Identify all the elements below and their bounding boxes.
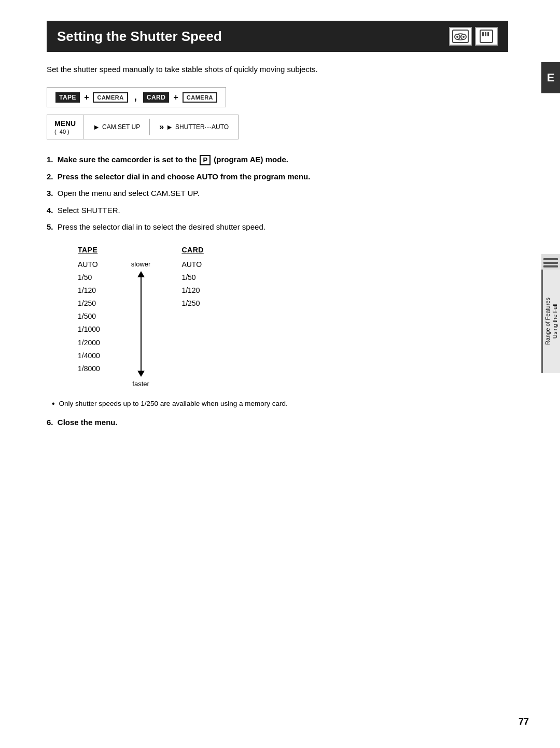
menu-step-1: ► CAM.SET UP bbox=[83, 119, 150, 135]
menu-nav: MENU ( 40 ) ► CAM.SET UP » ► SHUTTER····… bbox=[47, 115, 239, 139]
card-icon bbox=[479, 30, 494, 43]
step-4: 4. Select SHUTTER. bbox=[47, 205, 508, 217]
menu-dbl-arrow: » bbox=[159, 122, 164, 132]
svg-point-3 bbox=[456, 36, 458, 38]
tape-speed-4000: 1/4000 bbox=[78, 349, 100, 362]
mode-bar: TAPE + CAMERA , CARD + CAMERA bbox=[47, 87, 226, 107]
menu-arrow-2: ► bbox=[166, 123, 173, 131]
menu-step-2-text: SHUTTER····AUTO bbox=[175, 123, 229, 131]
title-bar: Setting the Shutter Speed bbox=[47, 21, 508, 52]
tape-speed-auto: AUTO bbox=[78, 258, 98, 271]
tape-speed-header: TAPE bbox=[78, 246, 97, 254]
steps-list: 1. Make sure the camcorder is set to the… bbox=[47, 154, 508, 233]
tape-icon bbox=[452, 30, 469, 43]
menu-step-2: » ► SHUTTER····AUTO bbox=[150, 118, 238, 136]
prog-ae-icon: P bbox=[200, 155, 211, 166]
card-speed-50: 1/50 bbox=[181, 271, 195, 284]
tape-speed-250: 1/250 bbox=[78, 297, 96, 310]
side-tab-letter: E bbox=[547, 71, 555, 84]
side-stripe bbox=[541, 254, 560, 272]
side-vertical-text: Range of Features Using the Full bbox=[544, 298, 559, 345]
card-speed-250: 1/250 bbox=[181, 297, 200, 310]
card-speed-auto: AUTO bbox=[181, 258, 202, 271]
step-5: 5. Press the selector dial in to select … bbox=[47, 221, 508, 233]
tape-speed-50: 1/50 bbox=[78, 271, 92, 284]
menu-label: MENU ( 40 ) bbox=[47, 115, 83, 139]
card-icon-box bbox=[475, 27, 498, 46]
page-title: Setting the Shutter Speed bbox=[57, 29, 222, 45]
arrow-col: slower faster bbox=[131, 260, 151, 388]
step-3: 3. Open the menu and select CAM.SET UP. bbox=[47, 188, 508, 200]
menu-arrow-1: ► bbox=[93, 123, 100, 131]
intro-text: Set the shutter speed manually to take s… bbox=[47, 63, 508, 76]
step-6: 6. Close the menu. bbox=[47, 418, 508, 427]
tape-speed-120: 1/120 bbox=[78, 284, 96, 297]
step-2: 2. Press the selector dial in and choose… bbox=[47, 171, 508, 183]
page-container: E Range of Features Using the Full Setti… bbox=[0, 0, 560, 748]
tape-badge: TAPE bbox=[55, 92, 80, 103]
stripe-line-3 bbox=[543, 265, 558, 267]
plus-1: + bbox=[84, 93, 89, 102]
menu-step-1-text: CAM.SET UP bbox=[102, 123, 140, 131]
arrow-up bbox=[137, 271, 145, 277]
tape-speed-col: TAPE AUTO 1/50 1/120 1/250 1/500 1/1000 … bbox=[78, 246, 100, 376]
faster-label: faster bbox=[132, 380, 149, 388]
page-number: 77 bbox=[519, 716, 529, 727]
step-1: 1. Make sure the camcorder is set to the… bbox=[47, 154, 508, 166]
camera-badge-1: CAMERA bbox=[93, 92, 128, 103]
card-speed-120: 1/120 bbox=[181, 284, 200, 297]
speed-table-container: TAPE AUTO 1/50 1/120 1/250 1/500 1/1000 … bbox=[78, 246, 508, 388]
tape-speed-8000: 1/8000 bbox=[78, 362, 100, 375]
arrow-down bbox=[137, 371, 145, 377]
tape-speed-1000: 1/1000 bbox=[78, 323, 100, 336]
note-content: Only shutter speeds up to 1/250 are avai… bbox=[59, 398, 288, 410]
side-tab-e: E bbox=[541, 62, 560, 93]
svg-rect-7 bbox=[485, 32, 486, 36]
card-badge: CARD bbox=[143, 92, 170, 103]
camera-badge-2: CAMERA bbox=[183, 92, 217, 103]
main-content: Setting the Shutter Speed bbox=[0, 0, 539, 447]
arrow-line bbox=[141, 277, 142, 371]
tape-speed-2000: 1/2000 bbox=[78, 336, 100, 349]
stripe-line-2 bbox=[543, 262, 558, 264]
slower-label: slower bbox=[131, 260, 151, 268]
svg-rect-6 bbox=[482, 32, 484, 36]
menu-sub: ( 40 ) bbox=[54, 129, 76, 135]
card-speed-col: CARD AUTO 1/50 1/120 1/250 bbox=[181, 246, 203, 311]
tape-icon-box bbox=[449, 27, 472, 46]
tape-speed-500: 1/500 bbox=[78, 310, 96, 323]
note-bullet: • bbox=[52, 398, 55, 410]
card-speed-header: CARD bbox=[181, 246, 203, 254]
title-icons bbox=[449, 27, 498, 46]
stripe-line-1 bbox=[543, 258, 558, 260]
side-vertical-label: Range of Features Using the Full bbox=[541, 270, 560, 373]
svg-rect-8 bbox=[487, 32, 489, 36]
comma-separator: , bbox=[134, 92, 137, 103]
note-text: • Only shutter speeds up to 1/250 are av… bbox=[52, 398, 508, 410]
svg-point-4 bbox=[463, 36, 465, 38]
plus-2: + bbox=[173, 93, 178, 102]
svg-rect-5 bbox=[480, 30, 493, 43]
